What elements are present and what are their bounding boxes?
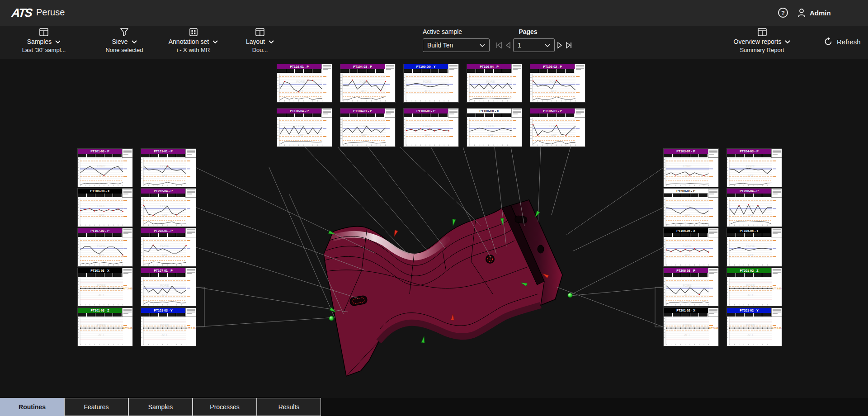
- svg-text:FORE: FORE: [683, 165, 692, 168]
- thumbnail-title: PT206-03 - P: [664, 268, 708, 273]
- chevron-down-icon: [785, 40, 790, 43]
- thumbnail-info-box: [708, 268, 718, 277]
- ats-logo: ATS: [11, 6, 32, 20]
- svg-text:AFT: AFT: [747, 333, 754, 336]
- chart-thumbnail[interactable]: PT105-02 - P FOREAFT: [530, 64, 585, 103]
- tab-features[interactable]: Features: [64, 398, 128, 416]
- chart-thumbnail[interactable]: PT206-04 - P FOREAFT: [726, 188, 782, 227]
- thumbnail-title: PT106-04 - P: [467, 64, 511, 69]
- chart-thumbnail[interactable]: PT201-02 - Y FOREAFTUT 3.00: [726, 307, 782, 346]
- svg-text:UT 3.00: UT 3.00: [123, 287, 132, 290]
- chart-thumbnail[interactable]: PT206-03 - P FOREAFT: [663, 268, 719, 307]
- annotation-set-dropdown[interactable]: Annotation set i - X with MR: [158, 28, 228, 53]
- first-page-button[interactable]: [495, 41, 503, 50]
- chart-thumbnail[interactable]: PT101-01 - P FOREAFT: [141, 148, 196, 187]
- tab-routines[interactable]: Routines: [0, 398, 64, 416]
- user-menu[interactable]: Admin: [797, 7, 831, 19]
- svg-text:FORE: FORE: [97, 324, 106, 327]
- last-page-icon: [565, 42, 572, 49]
- refresh-button[interactable]: Refresh: [824, 37, 861, 46]
- chart-thumbnail[interactable]: PT100-D0 - Y FOREAFT: [403, 64, 459, 103]
- chart-thumbnail[interactable]: PT104-01 - P FOREAFT: [340, 108, 396, 147]
- chart-thumbnail[interactable]: PT108-04 - P FOREAFT: [277, 108, 332, 147]
- svg-text:FORE: FORE: [486, 80, 495, 83]
- chart-thumbnail[interactable]: PT107-01 - P FOREAFT: [141, 268, 196, 307]
- svg-text:FORE: FORE: [97, 244, 106, 247]
- last-page-button[interactable]: [565, 41, 572, 50]
- chevron-down-icon: [212, 40, 218, 43]
- chart-thumbnail[interactable]: PT102-01 - P FOREAFT: [277, 64, 332, 103]
- tab-results[interactable]: Results: [257, 398, 321, 416]
- chart-thumbnail[interactable]: PT100-03 - P FOREAFT: [403, 108, 459, 147]
- chart-thumbnail[interactable]: PT101-03 - Y FOREAFTUT 3.00: [141, 307, 196, 346]
- chart-thumbnail[interactable]: PT105-05 - X FOREAFT: [663, 228, 719, 267]
- thumbnail-title: PT202-01 - P: [141, 228, 185, 233]
- samples-dropdown[interactable]: Samples Last '30' sampl...: [10, 28, 78, 53]
- previous-page-button[interactable]: [505, 41, 511, 50]
- thumbnail-info-box: [321, 109, 332, 118]
- chart-thumbnail[interactable]: PT202-01 - P FOREAFT: [141, 228, 196, 267]
- thumbnail-title: PT105-05 - Y: [727, 228, 771, 233]
- chart-thumbnail[interactable]: PT101-03 - P FOREAFT: [77, 148, 133, 187]
- thumbnail-title: PT101-03 - Y: [141, 308, 185, 313]
- thumbnail-title: PT201-02 - Y: [727, 308, 771, 313]
- thumbnail-info-box: [708, 228, 718, 237]
- samples-label: Samples: [27, 38, 52, 45]
- sieve-dropdown[interactable]: Sieve None selected: [93, 28, 156, 53]
- thumbnail-info-box: [771, 228, 782, 237]
- svg-text:FORE: FORE: [296, 80, 305, 83]
- page-select[interactable]: 1: [513, 38, 555, 52]
- chart-thumbnail[interactable]: PT106-01 - P FOREAFT: [530, 108, 585, 147]
- thumbnail-info-box: [185, 268, 196, 277]
- model-viewport[interactable]: PT102-01 - P FOREAFTPT104-03 - P FOREAFT…: [0, 59, 868, 398]
- chevron-down-icon: [132, 40, 137, 43]
- chart-thumbnail[interactable]: PT103-07 - P FOREAFT: [663, 148, 719, 187]
- svg-text:FORE: FORE: [97, 165, 106, 168]
- thumbnail-info-box: [575, 64, 585, 73]
- thumbnail-title: PT100-C0 - X: [78, 189, 122, 194]
- first-page-icon: [495, 42, 503, 49]
- chart-thumbnail[interactable]: PT106-04 - P FOREAFT: [467, 64, 522, 103]
- svg-text:FORE: FORE: [160, 244, 169, 247]
- chart-thumbnail[interactable]: PT104-03 - P FOREAFT: [340, 64, 396, 103]
- thumbnail-info-box: [448, 64, 458, 73]
- active-sample-select[interactable]: Build Ten: [423, 38, 490, 52]
- annotation-set-value: i - X with MR: [177, 47, 210, 53]
- thumbnail-info-box: [708, 189, 718, 198]
- thumbnail-info-box: [448, 109, 458, 118]
- tab-samples[interactable]: Samples: [128, 398, 193, 416]
- active-sample-group: Active sample Build Ten: [423, 28, 490, 52]
- refresh-icon: [824, 37, 833, 46]
- thumbnail-title: PT100-D0 - Y: [404, 64, 448, 69]
- chart-thumbnail[interactable]: PT107-02 - P FOREAFT: [77, 228, 133, 267]
- chart-thumbnail[interactable]: PT201-02 - Z FOREAFTUT 3.00: [726, 268, 782, 307]
- chart-thumbnail[interactable]: PT105-05 - Y FOREAFT: [726, 228, 782, 267]
- svg-text:UT 3.00: UT 3.00: [773, 327, 782, 330]
- tab-processes[interactable]: Processes: [193, 398, 257, 416]
- thumbnail-info-box: [511, 64, 522, 73]
- chart-thumbnail[interactable]: PT208-03 - P FOREAFT: [663, 188, 719, 227]
- chart-thumbnail[interactable]: PT101-03 - Z FOREAFTUT 3.00: [77, 307, 133, 346]
- chart-thumbnail[interactable]: PT202-04 - P FOREAFT: [141, 188, 196, 227]
- layout-dropdown[interactable]: Layout Dou...: [235, 28, 285, 53]
- chart-thumbnail[interactable]: PT204-03 - P FOREAFT: [726, 148, 782, 187]
- svg-text:AFT: AFT: [98, 293, 104, 297]
- svg-text:UT 3.00: UT 3.00: [709, 327, 718, 330]
- chart-thumbnail[interactable]: PT101-03 - X FOREAFTUT 3.00: [77, 268, 133, 307]
- thumbnail-info-box: [708, 149, 718, 158]
- svg-text:FORE: FORE: [683, 284, 692, 287]
- svg-text:FORE: FORE: [683, 204, 692, 208]
- chart-thumbnail[interactable]: PT100-C0 - X FOREAFT: [77, 188, 133, 227]
- thumbnail-title: PT201-02 - X: [664, 308, 708, 313]
- chevron-down-icon: [55, 40, 61, 43]
- samples-value: Last '30' sampl...: [22, 47, 66, 53]
- help-button[interactable]: ?: [777, 7, 789, 19]
- chart-thumbnail[interactable]: PT100-C0 - X FOREAFT: [467, 108, 522, 147]
- overview-reports-value: Summary Report: [740, 47, 784, 53]
- next-page-button[interactable]: [557, 41, 563, 50]
- chart-thumbnail[interactable]: PT201-02 - X FOREAFTUT 3.00: [663, 307, 719, 346]
- svg-text:FORE: FORE: [486, 124, 495, 128]
- chevron-down-icon: [480, 44, 485, 47]
- overview-reports-dropdown[interactable]: Overview reports Summary Report: [722, 28, 802, 53]
- annotation-set-label: Annotation set: [169, 38, 209, 45]
